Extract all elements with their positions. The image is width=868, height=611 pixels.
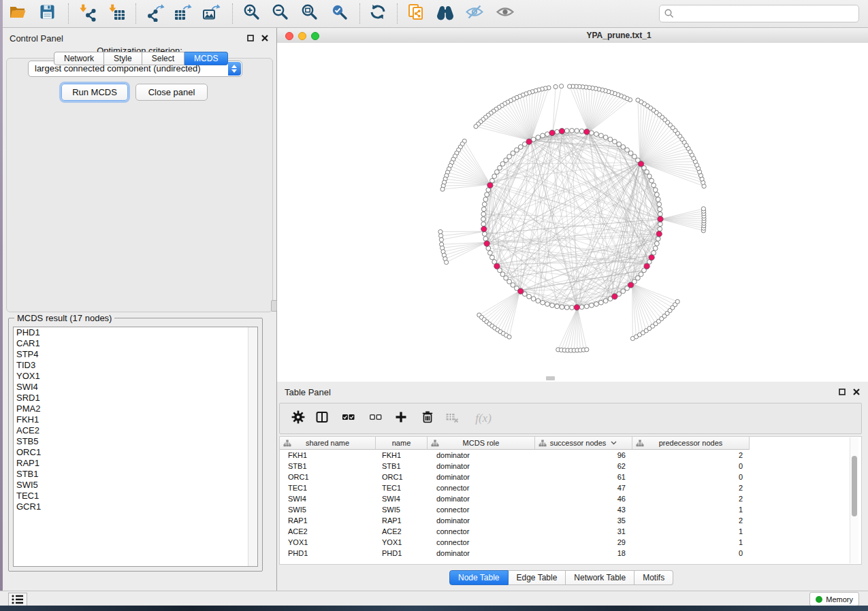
- tab-mcds[interactable]: MCDS: [184, 52, 228, 65]
- network-window-titlebar[interactable]: YPA_prune.txt_1: [277, 29, 868, 44]
- mcds-result-item[interactable]: SWI5: [14, 480, 257, 491]
- tab-edge-table[interactable]: Edge Table: [509, 570, 566, 585]
- mcds-list-scrollbar[interactable]: [248, 327, 257, 566]
- new-column-button[interactable]: [394, 412, 408, 425]
- close-window-icon[interactable]: [285, 32, 293, 40]
- run-mcds-button[interactable]: Run MCDS: [61, 84, 128, 101]
- open-file-icon: [8, 3, 27, 24]
- copy-network-button[interactable]: [406, 4, 425, 23]
- search-network-button[interactable]: [436, 4, 455, 23]
- mcds-result-item[interactable]: SRD1: [14, 393, 257, 403]
- export-network-icon: [146, 3, 165, 24]
- table-row[interactable]: YOX1YOX1connector291: [280, 537, 750, 548]
- select-all-button[interactable]: [342, 412, 355, 425]
- memory-button[interactable]: Memory: [809, 592, 859, 606]
- export-network-button[interactable]: [146, 4, 165, 23]
- horizontal-splitter-handle[interactable]: [546, 376, 555, 380]
- table-cell: TEC1: [376, 482, 428, 493]
- mcds-result-item[interactable]: FKH1: [14, 414, 257, 425]
- mcds-result-item[interactable]: PMA2: [14, 403, 257, 414]
- mcds-result-item[interactable]: YOX1: [14, 371, 257, 382]
- tab-network[interactable]: Network: [54, 52, 104, 65]
- table-row[interactable]: SWI4SWI4dominator462: [280, 493, 750, 504]
- table-scrollbar-track[interactable]: [850, 437, 858, 563]
- import-table-button[interactable]: [107, 4, 126, 23]
- zoom-out-button[interactable]: [271, 4, 290, 23]
- table-cell: 2: [632, 482, 750, 493]
- column-namespace-icon: [539, 440, 547, 447]
- close-panel-button[interactable]: Close panel: [135, 84, 208, 101]
- show-columns-button[interactable]: [315, 412, 329, 425]
- table-row[interactable]: ORC1ORC1dominator610: [280, 472, 750, 482]
- column-header-shared-name[interactable]: shared name: [280, 437, 376, 450]
- column-header-name[interactable]: name: [376, 437, 428, 450]
- save-session-button[interactable]: [38, 4, 57, 23]
- table-row[interactable]: TEC1TEC1connector472: [280, 482, 750, 493]
- table-cell: 0: [632, 461, 750, 472]
- mcds-result-item[interactable]: TID3: [14, 360, 257, 371]
- table-scrollbar-thumb[interactable]: [852, 456, 857, 516]
- tab-network-table[interactable]: Network Table: [566, 570, 634, 585]
- column-header-predecessor-nodes[interactable]: predecessor nodes: [632, 437, 750, 450]
- search-input[interactable]: [677, 6, 854, 21]
- tab-select[interactable]: Select: [142, 52, 184, 65]
- tab-style[interactable]: Style: [104, 52, 142, 65]
- mcds-result-item[interactable]: ORC1: [14, 447, 257, 458]
- column-header-MCDS-role[interactable]: MCDS role: [428, 437, 535, 450]
- column-header-successor-nodes[interactable]: successor nodes: [535, 437, 632, 450]
- vertical-splitter-handle[interactable]: [271, 300, 277, 312]
- show-all-button[interactable]: [496, 4, 515, 23]
- close-table-panel-icon[interactable]: [852, 388, 860, 395]
- table-cell: SWI4: [280, 493, 376, 504]
- float-panel-icon[interactable]: [246, 34, 254, 42]
- refresh-button[interactable]: [369, 4, 388, 23]
- table-row[interactable]: PHD1PHD1dominator180: [280, 548, 750, 559]
- close-panel-icon[interactable]: [261, 34, 268, 42]
- mcds-result-item[interactable]: PHD1: [14, 327, 257, 338]
- zoom-fit-button[interactable]: [300, 4, 319, 23]
- mcds-result-item[interactable]: STP4: [14, 349, 257, 360]
- zoom-in-button[interactable]: [242, 4, 261, 23]
- open-file-button[interactable]: [8, 4, 27, 23]
- table-cell: ACE2: [376, 526, 428, 537]
- mcds-result-item[interactable]: STB1: [14, 469, 257, 480]
- mcds-result-group: MCDS result (17 nodes) PHD1CAR1STP4TID3Y…: [8, 318, 263, 572]
- tab-node-table[interactable]: Node Table: [449, 570, 509, 585]
- delete-column-icon: [421, 410, 434, 427]
- show-panels-button[interactable]: [8, 593, 27, 606]
- import-network-button[interactable]: [78, 4, 97, 23]
- maximize-window-icon[interactable]: [311, 32, 319, 40]
- mcds-result-item[interactable]: ACE2: [14, 425, 257, 436]
- mcds-result-item[interactable]: CAR1: [14, 338, 257, 349]
- table-settings-button[interactable]: [291, 412, 305, 425]
- function-builder-icon: f(x): [475, 412, 492, 425]
- table-cell: connector: [428, 526, 535, 537]
- tab-motifs[interactable]: Motifs: [634, 570, 673, 585]
- mcds-result-item[interactable]: GCR1: [14, 501, 257, 512]
- table-row[interactable]: STB1STB1dominator620: [280, 461, 750, 472]
- table-row[interactable]: RAP1RAP1dominator352: [280, 515, 750, 526]
- zoom-selected-button[interactable]: [330, 4, 349, 23]
- float-table-panel-icon[interactable]: [838, 388, 846, 395]
- control-panel: Control Panel NetworkStyleSelectMCDS Opt…: [3, 28, 276, 591]
- mcds-result-item[interactable]: RAP1: [14, 458, 257, 469]
- table-cell: 29: [535, 537, 632, 548]
- deselect-all-button[interactable]: [369, 412, 383, 425]
- hide-selected-button[interactable]: [465, 4, 484, 23]
- mcds-result-item[interactable]: SWI4: [14, 382, 257, 393]
- delete-column-button[interactable]: [421, 412, 434, 425]
- table-cell: dominator: [428, 493, 535, 504]
- network-canvas[interactable]: [277, 43, 868, 382]
- export-image-button[interactable]: [202, 4, 221, 23]
- mcds-result-item[interactable]: TEC1: [14, 491, 257, 501]
- network-window-title: YPA_prune.txt_1: [586, 31, 651, 40]
- memory-label: Memory: [826, 595, 853, 604]
- table-row[interactable]: FKH1FKH1dominator962: [280, 450, 750, 461]
- table-cell: 61: [535, 472, 632, 482]
- table-cell: dominator: [428, 461, 535, 472]
- table-row[interactable]: SWI5SWI5connector431: [280, 504, 750, 515]
- minimize-window-icon[interactable]: [298, 32, 306, 40]
- table-row[interactable]: ACE2ACE2connector311: [280, 526, 750, 537]
- export-table-button[interactable]: [173, 4, 192, 23]
- mcds-result-item[interactable]: STB5: [14, 436, 257, 447]
